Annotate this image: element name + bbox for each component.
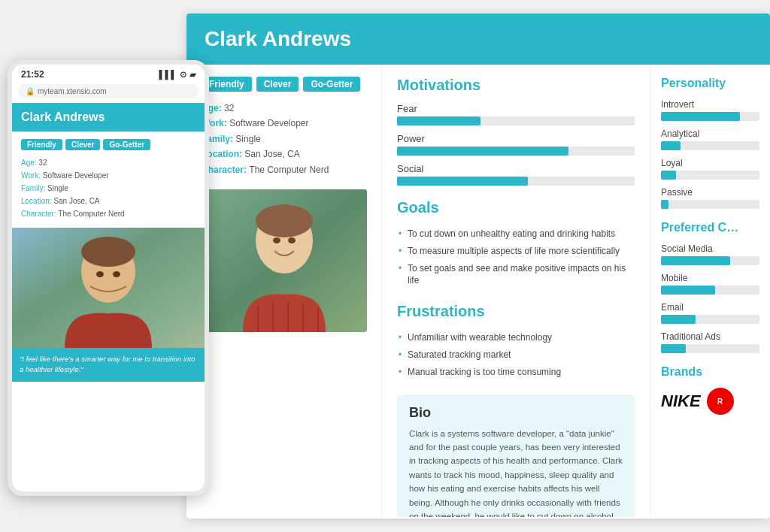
age-value: 32	[224, 103, 234, 113]
phone-content: Friendly Clever Go-Getter Age: 32 Work: …	[12, 131, 205, 228]
phone-tag-friendly: Friendly	[21, 139, 62, 150]
phone-status-icons: ▌▌▌ ⊙ ▰	[159, 70, 196, 80]
profile-photo-main	[202, 189, 367, 332]
frustrations-list: Unfamiliar with wearable technology Satu…	[397, 329, 635, 380]
main-col-left: Friendly Clever Go-Getter Age: 32 Work: …	[186, 65, 382, 517]
phone-info: Age: 32 Work: Software Developer Family:…	[21, 156, 196, 220]
channel-email-bar	[661, 315, 696, 324]
channel-mobile-bar	[661, 286, 715, 295]
phone-tag-clever: Clever	[65, 139, 101, 150]
channel-social-media: Social Media	[661, 243, 759, 265]
svg-point-2	[256, 204, 313, 237]
goals-title: Goals	[397, 199, 635, 216]
channel-mobile-label: Mobile	[661, 273, 759, 283]
svg-point-4	[288, 237, 296, 243]
character-value: The Computer Nerd	[249, 165, 329, 175]
channel-email-bar-bg	[661, 315, 759, 324]
bio-section: Bio Clark is a systems software develope…	[397, 394, 635, 517]
main-col-right: Personality Introvert Analytical Loyal	[650, 65, 770, 517]
brand-red-logo: R	[707, 388, 734, 415]
motivations-section: Motivations Fear Power Social	[397, 77, 635, 186]
svg-point-9	[113, 271, 120, 277]
phone-header: Clark Andrews	[12, 103, 205, 131]
personality-passive: Passive	[661, 187, 759, 209]
location-value: San Jose, CA	[244, 149, 299, 159]
personality-title: Personality	[661, 77, 759, 90]
signal-icon: ▌▌▌	[159, 70, 177, 79]
main-profile-card: Clark Andrews Friendly Clever Go-Getter …	[186, 14, 770, 518]
channel-social-media-bar	[661, 256, 730, 265]
motivation-fear: Fear	[397, 103, 635, 125]
motivation-power: Power	[397, 133, 635, 156]
tag-gogetter: Go-Getter	[303, 77, 360, 92]
phone-family: Single	[47, 184, 68, 192]
main-card-header: Clark Andrews	[186, 14, 770, 65]
mobile-phone: 21:52 ▌▌▌ ⊙ ▰ 🔒 myteam.xtensio.com Clark…	[8, 60, 209, 496]
nike-logo: NIKE	[661, 391, 701, 411]
tag-friendly: Friendly	[202, 77, 252, 92]
lock-icon: 🔒	[26, 87, 35, 95]
channel-mobile: Mobile	[661, 273, 759, 295]
motivations-title: Motivations	[397, 77, 635, 94]
personality-loyal: Loyal	[661, 158, 759, 180]
motivation-fear-bar-bg	[397, 116, 635, 125]
personality-introvert-bar-bg	[661, 112, 759, 121]
svg-point-3	[273, 237, 280, 243]
motivation-fear-bar-fill	[397, 116, 480, 125]
tag-clever: Clever	[256, 77, 299, 92]
goal-item-1: To cut down on unhealthy eating and drin…	[397, 225, 635, 243]
channel-social-media-bar-bg	[661, 256, 759, 265]
goal-item-2: To measure multiple aspects of life more…	[397, 243, 635, 260]
phone-url: myteam.xtensio.com	[38, 87, 107, 95]
personality-passive-label: Passive	[661, 187, 759, 198]
phone-tags-row: Friendly Clever Go-Getter	[21, 139, 196, 150]
family-value: Single	[235, 134, 260, 144]
personality-analytical-bar	[661, 141, 681, 150]
phone-time: 21:52	[21, 69, 44, 80]
svg-point-8	[96, 271, 104, 277]
motivation-fear-label: Fear	[397, 103, 635, 114]
personality-loyal-bar	[661, 171, 676, 180]
channel-mobile-bar-bg	[661, 286, 759, 295]
brands-section: Brands NIKE R	[661, 365, 759, 415]
personality-loyal-bar-bg	[661, 171, 759, 180]
personality-analytical-label: Analytical	[661, 128, 759, 139]
goals-section: Goals To cut down on unhealthy eating an…	[397, 199, 635, 289]
preferred-channels-section: Preferred C… Social Media Mobile Email	[661, 221, 759, 353]
phone-tag-gogetter: Go-Getter	[103, 139, 150, 150]
brands-title: Brands	[661, 365, 759, 379]
channel-traditional-ads: Traditional Ads	[661, 331, 759, 353]
channel-traditional-ads-label: Traditional Ads	[661, 331, 759, 342]
personality-introvert: Introvert	[661, 99, 759, 121]
motivation-social-bar-bg	[397, 177, 635, 186]
phone-location: San Jose, CA	[53, 197, 99, 205]
personality-analytical-bar-bg	[661, 141, 759, 150]
bio-text: Clark is a systems software developer, a…	[409, 427, 623, 517]
tags-row: Friendly Clever Go-Getter	[202, 77, 366, 92]
main-person-name: Clark Andrews	[205, 27, 752, 51]
motivation-social-label: Social	[397, 163, 635, 174]
personality-introvert-bar	[661, 112, 740, 121]
frustrations-title: Frustrations	[397, 303, 635, 320]
personality-analytical: Analytical	[661, 128, 759, 150]
phone-profile-photo	[12, 228, 205, 348]
bio-title: Bio	[409, 405, 623, 421]
phone-person-name: Clark Andrews	[21, 110, 196, 124]
main-col-middle: Motivations Fear Power Social	[382, 65, 650, 517]
channel-traditional-ads-bar-bg	[661, 344, 759, 353]
goals-list: To cut down on unhealthy eating and drin…	[397, 225, 635, 289]
channel-email-label: Email	[661, 302, 759, 313]
personality-introvert-label: Introvert	[661, 99, 759, 110]
channel-traditional-ads-bar	[661, 344, 686, 353]
phone-work: Software Developer	[43, 171, 109, 180]
phone-address-bar[interactable]: 🔒 myteam.xtensio.com	[18, 84, 199, 98]
motivation-power-bar-bg	[397, 147, 635, 156]
motivation-power-label: Power	[397, 133, 635, 144]
channel-social-media-label: Social Media	[661, 243, 759, 254]
personality-passive-bar-bg	[661, 200, 759, 209]
motivation-power-bar-fill	[397, 147, 568, 156]
personality-passive-bar	[661, 200, 668, 209]
personality-loyal-label: Loyal	[661, 158, 759, 168]
phone-character: The Computer Nerd	[58, 210, 124, 218]
phone-age: 32	[38, 159, 47, 167]
